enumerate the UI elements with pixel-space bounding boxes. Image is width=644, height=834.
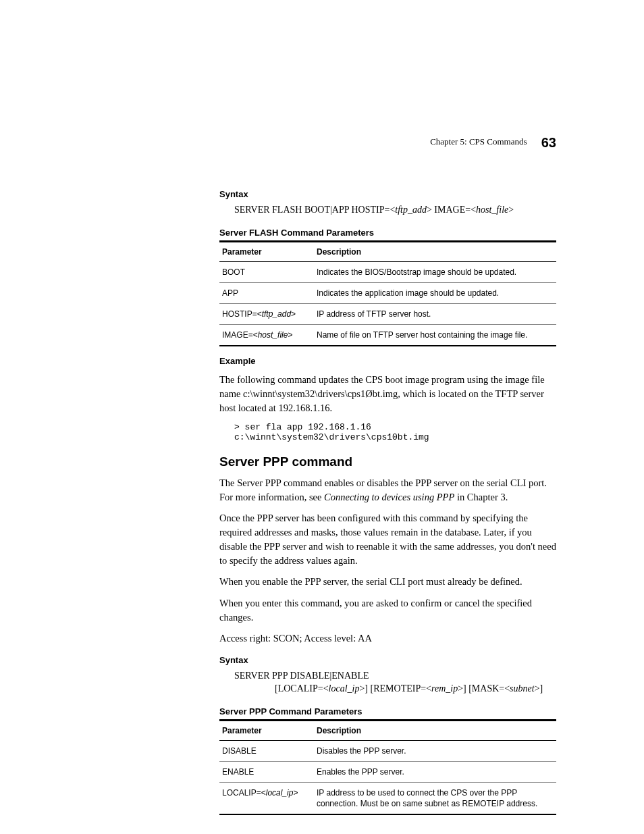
table-row: DISABLE Disables the PPP server. — [219, 740, 556, 761]
syntax-label-2: Syntax — [219, 655, 556, 665]
table1-head-param: Parameter — [219, 241, 314, 261]
body-paragraph: Once the PPP server has been configured … — [219, 511, 556, 568]
table-row: APP Indicates the application image shou… — [219, 282, 556, 303]
syntax-line-2: SERVER PPP DISABLE|ENABLE [LOCALIP=<loca… — [234, 669, 556, 696]
table1-title: Server FLASH Command Parameters — [219, 228, 556, 238]
flash-params-table: Parameter Description BOOT Indicates the… — [219, 240, 556, 347]
table-row: IMAGE=<host_file> Name of file on TFTP s… — [219, 325, 556, 346]
example-code: > ser fla app 192.168.1.16 c:\winnt\syst… — [234, 422, 556, 442]
body-paragraph: When you enter this command, you are ask… — [219, 596, 556, 625]
body-paragraph: The Server PPP command enables or disabl… — [219, 476, 556, 504]
table2-head-param: Parameter — [219, 720, 314, 740]
table2-title: Server PPP Command Parameters — [219, 706, 556, 716]
page-header: Chapter 5: CPS Commands 63 — [430, 135, 556, 151]
table1-head-desc: Description — [314, 241, 556, 261]
section-heading: Server PPP command — [219, 454, 556, 469]
syntax-label-1: Syntax — [219, 189, 556, 199]
example-label: Example — [219, 356, 556, 366]
example-text: The following command updates the CPS bo… — [219, 373, 556, 415]
syntax-line-1: SERVER FLASH BOOT|APP HOSTIP=<tftp_add> … — [234, 203, 556, 217]
table-row: HOSTIP=<tftp_add> IP address of TFTP ser… — [219, 303, 556, 324]
ppp-params-table: Parameter Description DISABLE Disables t… — [219, 719, 556, 816]
chapter-label: Chapter 5: CPS Commands — [430, 136, 527, 147]
body-paragraph: Access right: SCON; Access level: AA — [219, 631, 556, 646]
table-row: ENABLE Enables the PPP server. — [219, 761, 556, 782]
body-paragraph: When you enable the PPP server, the seri… — [219, 575, 556, 589]
table-row: LOCALIP=<local_ip> IP address to be used… — [219, 783, 556, 815]
page-number: 63 — [541, 135, 556, 150]
table2-head-desc: Description — [314, 720, 556, 740]
table-row: BOOT Indicates the BIOS/Bootstrap image … — [219, 261, 556, 282]
